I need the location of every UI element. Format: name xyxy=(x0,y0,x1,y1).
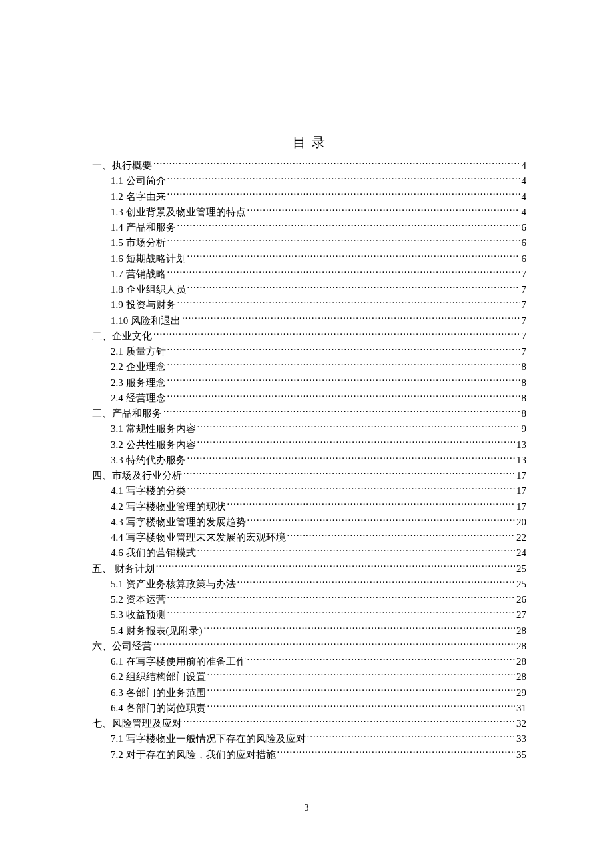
toc-entry: 7.1 写字楼物业一般情况下存在的风险及应对33 xyxy=(111,731,526,747)
toc-entry-text: 5.2 资本运营 xyxy=(111,592,166,607)
toc-entry-text: 4.3 写字楼物业管理的发展趋势 xyxy=(111,515,246,530)
toc-entry: 1.10 风险和退出7 xyxy=(111,313,526,329)
toc-entry: 7.2 对于存在的风险，我们的应对措施35 xyxy=(111,747,526,763)
toc-entry: 1.3 创业背景及物业管理的特点4 xyxy=(111,205,526,220)
toc-entry-text: 七、风险管理及应对 xyxy=(92,716,182,731)
toc-entry-page: 7 xyxy=(522,282,527,297)
toc-entry-page: 13 xyxy=(516,437,526,453)
toc-leader xyxy=(163,407,520,417)
toc-entry: 4.4 写字楼物业管理未来发展的宏观环境22 xyxy=(111,530,526,545)
toc-entry: 5.1 资产业务核算政策与办法25 xyxy=(111,577,526,592)
toc-entry-text: 三、产品和服务 xyxy=(92,406,162,421)
toc-entry-text: 1.7 营销战略 xyxy=(111,267,166,282)
page-content: 目 录 一、执行概要41.1 公司简介41.2 名字由来41.3 创业背景及物业… xyxy=(0,0,613,763)
toc-entry: 五、 财务计划25 xyxy=(92,561,526,577)
toc-leader xyxy=(204,624,516,634)
toc-entry: 四、市场及行业分析17 xyxy=(92,468,526,483)
toc-leader xyxy=(197,438,516,448)
toc-entry-text: 6.2 组织结构部门设置 xyxy=(111,669,206,685)
toc-entry-text: 四、市场及行业分析 xyxy=(92,468,182,483)
toc-leader xyxy=(187,484,516,494)
toc-leader xyxy=(167,391,520,401)
toc-leader xyxy=(187,252,520,262)
toc-entry-page: 25 xyxy=(516,577,526,592)
toc-entry-text: 1.6 短期战略计划 xyxy=(111,251,186,267)
toc-entry-page: 35 xyxy=(516,747,526,763)
toc-entry-page: 8 xyxy=(522,391,527,406)
toc-entry: 4.1 写字楼的分类17 xyxy=(111,483,526,499)
toc-entry-page: 17 xyxy=(516,499,526,515)
toc-leader xyxy=(247,655,516,665)
toc-entry-text: 1.9 投资与财务 xyxy=(111,297,176,313)
toc-leader xyxy=(177,298,520,308)
toc-leader xyxy=(153,639,515,649)
toc-entry: 二、企业文化7 xyxy=(92,329,526,344)
toc-entry-page: 7 xyxy=(522,329,527,344)
toc-leader xyxy=(153,159,520,169)
toc-entry-page: 4 xyxy=(522,205,527,220)
toc-entry: 5.4 财务报表(见附录)28 xyxy=(111,623,526,639)
toc-entry-page: 33 xyxy=(516,731,526,747)
toc-entry-text: 5.1 资产业务核算政策与办法 xyxy=(111,577,236,592)
toc-entry-text: 7.1 写字楼物业一般情况下存在的风险及应对 xyxy=(111,731,306,747)
toc-entry-page: 8 xyxy=(522,406,527,421)
toc-entry-page: 17 xyxy=(516,468,526,483)
toc-entry-text: 1.3 创业背景及物业管理的特点 xyxy=(111,205,246,220)
toc-entry: 6.3 各部门的业务范围29 xyxy=(111,685,526,701)
toc-entry: 三、产品和服务8 xyxy=(92,406,526,421)
toc-entry-text: 4.1 写字楼的分类 xyxy=(111,483,186,499)
toc-leader xyxy=(207,670,516,680)
toc-leader xyxy=(167,376,520,386)
toc-entry-text: 二、企业文化 xyxy=(92,329,152,344)
toc-entry: 2.2 企业理念8 xyxy=(111,359,526,375)
toc-entry: 3.1 常规性服务内容9 xyxy=(111,421,526,437)
toc-entry: 5.3 收益预测27 xyxy=(111,607,526,623)
toc-entry-page: 6 xyxy=(522,235,527,251)
toc-entry-text: 3.1 常规性服务内容 xyxy=(111,421,196,437)
toc-entry-page: 13 xyxy=(516,453,526,468)
toc-entry-page: 27 xyxy=(516,607,526,623)
toc-entry-text: 2.1 质量方针 xyxy=(111,344,166,359)
toc-entry-page: 31 xyxy=(516,701,526,716)
toc-entry: 6.1 在写字楼使用前的准备工作28 xyxy=(111,654,526,669)
toc-entry-text: 6.1 在写字楼使用前的准备工作 xyxy=(111,654,246,669)
toc-entry-page: 28 xyxy=(516,623,526,639)
toc-leader xyxy=(197,546,516,556)
toc-leader xyxy=(227,500,516,510)
toc-entry-page: 28 xyxy=(516,669,526,685)
toc-entry: 1.6 短期战略计划6 xyxy=(111,251,526,267)
page-number: 3 xyxy=(0,803,613,813)
toc-entry: 1.7 营销战略7 xyxy=(111,267,526,282)
toc-entry-page: 4 xyxy=(522,173,527,189)
toc-leader xyxy=(167,593,516,603)
toc-leader xyxy=(247,205,520,215)
toc-entry: 七、风险管理及应对32 xyxy=(92,716,526,731)
toc-leader xyxy=(307,732,516,742)
toc-leader xyxy=(177,221,520,231)
toc-entry: 3.3 特约代办服务13 xyxy=(111,453,526,468)
toc-entry-page: 7 xyxy=(522,297,527,313)
toc-leader xyxy=(167,345,520,355)
toc-entry-page: 4 xyxy=(522,158,527,173)
toc-entry: 1.1 公司简介4 xyxy=(111,173,526,189)
toc-entry-text: 4.4 写字楼物业管理未来发展的宏观环境 xyxy=(111,530,286,545)
toc-entry: 4.2 写字楼物业管理的现状17 xyxy=(111,499,526,515)
toc-entry: 2.3 服务理念8 xyxy=(111,375,526,391)
toc-entry-text: 7.2 对于存在的风险，我们的应对措施 xyxy=(111,747,276,763)
toc-leader xyxy=(287,531,516,541)
toc-leader xyxy=(167,360,520,370)
toc-entry-page: 32 xyxy=(516,716,526,731)
toc-leader xyxy=(153,329,520,339)
toc-leader xyxy=(167,236,520,246)
toc-entry: 1.9 投资与财务7 xyxy=(111,297,526,313)
toc-leader xyxy=(167,608,516,618)
toc-entry-page: 4 xyxy=(522,189,527,205)
toc-leader xyxy=(167,267,520,277)
toc-leader xyxy=(207,686,516,696)
toc-entry-page: 8 xyxy=(522,375,527,391)
toc-leader xyxy=(197,422,520,432)
toc-list: 一、执行概要41.1 公司简介41.2 名字由来41.3 创业背景及物业管理的特… xyxy=(92,158,526,763)
toc-leader xyxy=(182,314,520,324)
toc-leader xyxy=(167,190,520,200)
toc-entry: 1.4 产品和服务6 xyxy=(111,220,526,235)
